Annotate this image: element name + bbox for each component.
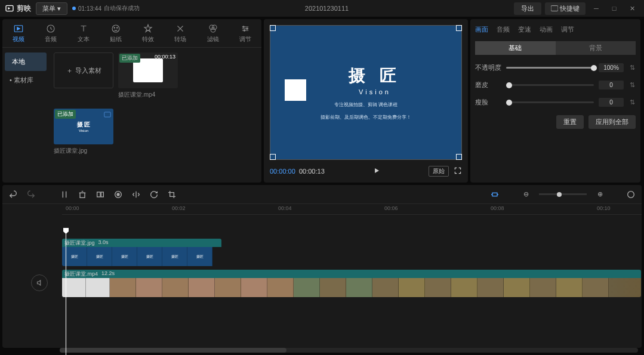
playhead[interactable] bbox=[66, 228, 66, 355]
subtab-basic[interactable]: 基础 bbox=[475, 41, 556, 55]
record-button[interactable] bbox=[113, 190, 123, 199]
svg-point-8 bbox=[212, 25, 217, 30]
subtab-bg[interactable]: 背景 bbox=[556, 41, 636, 55]
media-item-video[interactable]: 已添加 00:00:13 摄匠课堂.mp4 bbox=[118, 53, 178, 99]
crop-left-icon[interactable] bbox=[95, 190, 105, 199]
side-tab-local[interactable]: 本地 bbox=[5, 53, 47, 71]
crop-button[interactable] bbox=[167, 190, 177, 199]
resize-handle-br[interactable] bbox=[456, 154, 462, 160]
svg-point-5 bbox=[114, 27, 115, 28]
delete-button[interactable] bbox=[78, 190, 87, 199]
close-button[interactable]: ✕ bbox=[625, 2, 639, 14]
svg-point-18 bbox=[117, 193, 119, 196]
zoom-fit-button[interactable] bbox=[626, 190, 636, 199]
maximize-button[interactable]: □ bbox=[607, 2, 621, 14]
props-tab-anim[interactable]: 动画 bbox=[540, 24, 553, 35]
zoom-in-button[interactable]: ⊕ bbox=[595, 190, 605, 199]
side-tab-library[interactable]: • 素材库 bbox=[2, 71, 49, 89]
tool-tabs: 视频 音频 文本 贴纸 特效 转场 滤镜 调节 bbox=[2, 19, 261, 48]
mute-button[interactable] bbox=[31, 274, 48, 291]
slim-value[interactable]: 0 bbox=[599, 98, 624, 107]
svg-point-12 bbox=[244, 29, 245, 30]
resize-handle-tr[interactable] bbox=[456, 25, 462, 31]
titlebar: 剪映 菜单 ▾ 01:13:44 自动保存成功 202101230111 导出 … bbox=[0, 0, 644, 17]
svg-point-9 bbox=[211, 27, 215, 32]
props-tab-adjust[interactable]: 调节 bbox=[561, 24, 574, 35]
timeline-tracks[interactable]: 摄匠课堂.jpg3.0s 摄匠摄匠摄匠摄匠摄匠摄匠 摄匠课堂.mp412.2s bbox=[62, 239, 642, 355]
opacity-value[interactable]: 100% bbox=[599, 63, 624, 72]
autosave-status: 01:13:44 自动保存成功 bbox=[72, 4, 140, 13]
props-tab-picture[interactable]: 画面 bbox=[475, 24, 488, 35]
clip-video[interactable]: 摄匠课堂.mp412.2s bbox=[62, 270, 641, 297]
clip-image[interactable]: 摄匠课堂.jpg3.0s 摄匠摄匠摄匠摄匠摄匠摄匠 bbox=[62, 239, 221, 266]
tab-audio[interactable]: 音频 bbox=[35, 19, 67, 47]
media-item-image[interactable]: 已添加 摄 匠 Vision 摄匠课堂.jpg bbox=[54, 109, 113, 155]
svg-point-4 bbox=[112, 25, 119, 32]
split-button[interactable] bbox=[60, 190, 69, 199]
menu-button[interactable]: 菜单 ▾ bbox=[36, 2, 67, 15]
preview-canvas[interactable]: 摄 匠 Vision 专注视频拍摄、剪辑 调色课程 摄影前期、及后期调色、不定期… bbox=[270, 25, 462, 160]
svg-point-20 bbox=[628, 191, 634, 197]
minimize-button[interactable]: ─ bbox=[589, 2, 603, 14]
timeline-panel: ⊖ ⊕ 00:00 00:02 00:04 00:06 00:08 00:10 … bbox=[2, 185, 642, 348]
ratio-button[interactable]: 原始 bbox=[429, 166, 449, 177]
slim-stepper[interactable]: ⇅ bbox=[628, 98, 636, 106]
project-title: 202101230111 bbox=[144, 5, 509, 12]
tab-text[interactable]: 文本 bbox=[67, 19, 100, 47]
fullscreen-button[interactable] bbox=[454, 166, 462, 176]
tab-video[interactable]: 视频 bbox=[2, 19, 35, 47]
snap-button[interactable] bbox=[490, 190, 500, 199]
shortcuts-button[interactable]: 快捷键 bbox=[545, 2, 586, 15]
mirror-button[interactable] bbox=[131, 190, 141, 199]
svg-rect-15 bbox=[97, 192, 100, 197]
smooth-value[interactable]: 0 bbox=[599, 81, 624, 89]
tab-sticker[interactable]: 贴纸 bbox=[100, 19, 132, 47]
timeline-ruler[interactable]: 00:00 00:02 00:04 00:06 00:08 00:10 bbox=[62, 204, 642, 215]
svg-point-6 bbox=[116, 27, 118, 28]
smooth-slider[interactable] bbox=[506, 84, 594, 86]
props-tab-speed[interactable]: 变速 bbox=[518, 24, 531, 35]
svg-rect-19 bbox=[492, 193, 497, 196]
svg-rect-1 bbox=[551, 6, 558, 11]
opacity-slider[interactable] bbox=[506, 67, 594, 69]
app-logo: 剪映 bbox=[5, 4, 31, 14]
slim-slider[interactable] bbox=[506, 101, 594, 103]
tab-adjust[interactable]: 调节 bbox=[229, 19, 261, 47]
import-button[interactable]: ＋ 导入素材 bbox=[54, 53, 113, 88]
svg-rect-14 bbox=[80, 193, 85, 197]
tab-transition[interactable]: 转场 bbox=[164, 19, 196, 47]
svg-rect-13 bbox=[104, 112, 111, 117]
svg-rect-16 bbox=[101, 192, 103, 197]
props-tab-audio[interactable]: 音频 bbox=[497, 24, 510, 35]
tab-filter[interactable]: 滤镜 bbox=[197, 19, 229, 47]
apply-all-button[interactable]: 应用到全部 bbox=[588, 115, 636, 129]
svg-point-11 bbox=[246, 27, 248, 29]
opacity-stepper[interactable]: ⇅ bbox=[628, 64, 636, 72]
preview-time: 00:00:00 00:00:13 bbox=[270, 168, 325, 175]
media-panel: 视频 音频 文本 贴纸 特效 转场 滤镜 调节 本地 • 素材库 ＋ 导入素材 … bbox=[2, 19, 261, 183]
svg-point-10 bbox=[243, 26, 244, 27]
redo-button[interactable] bbox=[26, 190, 36, 199]
timeline-scrollbar[interactable] bbox=[60, 348, 638, 353]
reset-button[interactable]: 重置 bbox=[556, 115, 584, 129]
resize-handle-tl[interactable] bbox=[270, 25, 276, 31]
undo-button[interactable] bbox=[8, 190, 18, 199]
smooth-stepper[interactable]: ⇅ bbox=[628, 81, 636, 89]
preview-panel: 摄 匠 Vision 专注视频拍摄、剪辑 调色课程 摄影前期、及后期调色、不定期… bbox=[264, 19, 468, 183]
rotate-button[interactable] bbox=[149, 190, 159, 199]
resize-handle-bl[interactable] bbox=[270, 154, 276, 160]
zoom-slider[interactable] bbox=[539, 193, 587, 195]
tab-effect[interactable]: 特效 bbox=[132, 19, 164, 47]
play-button[interactable] bbox=[372, 166, 381, 176]
qr-code bbox=[285, 79, 306, 101]
properties-panel: 画面 音频 变速 动画 调节 基础 背景 不透明度 100% ⇅ 磨皮 0 ⇅ … bbox=[470, 19, 640, 183]
export-button[interactable]: 导出 bbox=[514, 2, 541, 15]
zoom-out-button[interactable]: ⊖ bbox=[521, 190, 531, 199]
